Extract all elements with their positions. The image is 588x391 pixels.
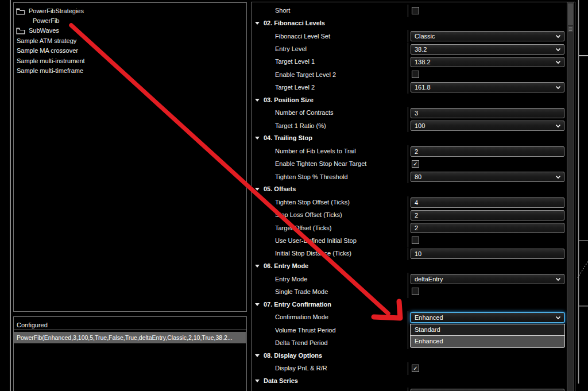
- checkbox-enable-target-level-2[interactable]: [412, 71, 419, 78]
- tree-item-sample-multi-timeframe[interactable]: Sample multi-timeframe: [14, 66, 245, 76]
- select-confirmation-mode[interactable]: Enhanced: [411, 312, 564, 323]
- property-label: Target Level 2: [275, 84, 315, 91]
- configured-strategy-row[interactable]: PowerFib(Enhanced,3,100,5,True,False,Tru…: [14, 332, 246, 343]
- text-input-number-of-fib-levels-to-trail[interactable]: 2: [411, 146, 564, 157]
- select-target-level-1[interactable]: 138.2: [411, 57, 564, 67]
- property-row-entry-level: Entry Level38.2: [252, 43, 575, 56]
- property-label: Short: [275, 7, 290, 14]
- value-cell: Classic: [408, 30, 574, 42]
- value-cell: deltaEntry: [408, 273, 574, 285]
- checkbox-single-trade-mode[interactable]: [412, 288, 419, 295]
- collapse-arrow-icon[interactable]: [255, 303, 260, 306]
- collapse-arrow-icon[interactable]: [255, 265, 260, 268]
- select-value: 161.8: [415, 84, 431, 91]
- checkbox-display-pnl-r-r[interactable]: ✓: [412, 365, 419, 372]
- collapse-arrow-icon[interactable]: [255, 380, 260, 382]
- category-label[interactable]: 06. Entry Mode: [264, 262, 308, 269]
- select-tighten-stop-threshold[interactable]: 80: [411, 172, 564, 182]
- tree-item-sample-atm-strategy[interactable]: Sample ATM strategy: [14, 36, 245, 46]
- text-input-stop-loss-offset-ticks[interactable]: 2: [411, 210, 564, 220]
- value-cell: 138.2: [408, 56, 574, 68]
- collapse-arrow-icon[interactable]: [255, 137, 260, 140]
- category-label[interactable]: 02. Fibonacci Levels: [264, 20, 325, 26]
- dropdown-option-enhanced[interactable]: Enhanced: [411, 336, 564, 347]
- tree-item-label: Sample multi-instrument: [17, 57, 85, 64]
- property-label: Enable Tighten Stop Near Target: [275, 160, 366, 167]
- category-label[interactable]: Data Series: [264, 377, 298, 384]
- property-label: Target 1 Ratio (%): [275, 122, 326, 129]
- input-value: 2: [415, 212, 418, 219]
- folder-icon: [16, 7, 25, 15]
- collapse-arrow-icon[interactable]: [255, 99, 260, 102]
- value-cell: ✓: [408, 158, 574, 171]
- property-row-use-user-defined-initial-stop: Use User-Defined Initial Stop: [252, 234, 575, 247]
- value-cell: 2: [408, 222, 574, 234]
- tree-item-powerfibstrategies[interactable]: PowerFibStrategies: [14, 6, 245, 16]
- tree-item-label: Sample MA crossover: [17, 47, 78, 54]
- value-cell: 100: [408, 119, 574, 132]
- property-row-stop-loss-offset-ticks: Stop Loss Offset (Ticks)2: [252, 209, 575, 222]
- tree-item-powerfib[interactable]: PowerFib: [14, 16, 245, 26]
- text-input-number-of-contracts[interactable]: 3: [411, 108, 564, 118]
- property-row-confirmation-mode: Confirmation ModeEnhanced: [252, 311, 575, 324]
- select-fibonacci-level-set[interactable]: Classic: [411, 31, 564, 41]
- value-cell: 2: [408, 209, 574, 222]
- select-value: 100: [415, 122, 425, 129]
- collapse-arrow-icon[interactable]: [255, 354, 260, 357]
- value-cell: 2: [408, 145, 574, 158]
- text-input-tighten-stop-offset-ticks[interactable]: 4: [411, 198, 564, 208]
- select-value: Enhanced: [415, 314, 443, 321]
- value-cell: 38.2: [408, 43, 574, 56]
- property-label: Volume Thrust Period: [275, 327, 336, 334]
- text-input-initial-stop-distance-ticks[interactable]: 10: [411, 249, 564, 259]
- chevron-down-icon: [555, 175, 561, 179]
- property-label: Display PnL & R/R: [275, 365, 327, 371]
- vertical-splitter[interactable]: [10, 0, 11, 391]
- select-target-1-ratio[interactable]: 100: [411, 121, 564, 131]
- value-cell: [408, 68, 574, 81]
- property-label: Number of Fib Levels to Trail: [275, 148, 356, 154]
- category-label[interactable]: 08. Display Options: [264, 352, 322, 359]
- text-input-partial[interactable]: [411, 389, 564, 391]
- tree-item-sample-multi-instrument[interactable]: Sample multi-instrument: [14, 56, 245, 66]
- strategy-tree-panel: PowerFibStrategiesPowerFibSubWavesSample…: [13, 2, 247, 312]
- chevron-down-icon: [555, 277, 561, 281]
- vertical-scrollbar[interactable]: [567, 2, 574, 391]
- checkbox-use-user-defined-initial-stop[interactable]: [412, 237, 419, 244]
- property-label: Initial Stop Distance (Ticks): [275, 250, 351, 257]
- category-label[interactable]: 03. Position Size: [264, 96, 314, 103]
- property-row-target-level-1: Target Level 1138.2: [252, 56, 575, 68]
- checkbox-enable-tighten-stop-near-target[interactable]: ✓: [412, 160, 419, 168]
- tree-item-subwaves[interactable]: SubWaves: [14, 26, 245, 36]
- checkbox-short[interactable]: [412, 7, 419, 14]
- confirmation-mode-dropdown-list: Standard Enhanced: [410, 324, 565, 347]
- dropdown-option-standard[interactable]: Standard: [411, 324, 564, 336]
- category-label[interactable]: 07. Entry Confirmation: [264, 301, 331, 308]
- category-row-02-fibonacci-levels: 02. Fibonacci Levels: [252, 17, 575, 30]
- check-icon: ✓: [413, 161, 417, 167]
- tree-item-label: PowerFib: [33, 17, 59, 24]
- category-row-06-entry-mode: 06. Entry Mode: [252, 260, 575, 273]
- property-label: Single Trade Mode: [275, 288, 328, 295]
- collapse-arrow-icon[interactable]: [255, 22, 260, 25]
- text-input-target-offset-ticks[interactable]: 2: [411, 223, 564, 233]
- folder-icon: [16, 27, 25, 34]
- category-label[interactable]: 04. Trailing Stop: [264, 134, 312, 141]
- property-label: Tighten Stop % Threshold: [275, 173, 348, 180]
- collapse-arrow-icon[interactable]: [255, 188, 260, 191]
- chevron-down-icon: [555, 86, 561, 90]
- select-value: deltaEntry: [415, 276, 443, 282]
- select-target-level-2[interactable]: 161.8: [411, 82, 564, 92]
- tree-item-label: SubWaves: [29, 27, 59, 34]
- value-cell: 4: [408, 196, 574, 209]
- configured-panel: Configured PowerFib(Enhanced,3,100,5,Tru…: [13, 316, 247, 391]
- category-label[interactable]: 05. Offsets: [264, 185, 296, 192]
- scrollbar-thumb[interactable]: [568, 3, 573, 25]
- property-label: Number of Contracts: [275, 109, 333, 116]
- property-label: Use User-Defined Initial Stop: [275, 237, 357, 244]
- select-entry-mode[interactable]: deltaEntry: [411, 274, 564, 284]
- select-entry-level[interactable]: 38.2: [411, 44, 564, 55]
- property-row-target-level-2: Target Level 2161.8: [252, 81, 575, 94]
- scrollbar-grip[interactable]: [568, 26, 573, 32]
- tree-item-sample-ma-crossover[interactable]: Sample MA crossover: [14, 46, 245, 56]
